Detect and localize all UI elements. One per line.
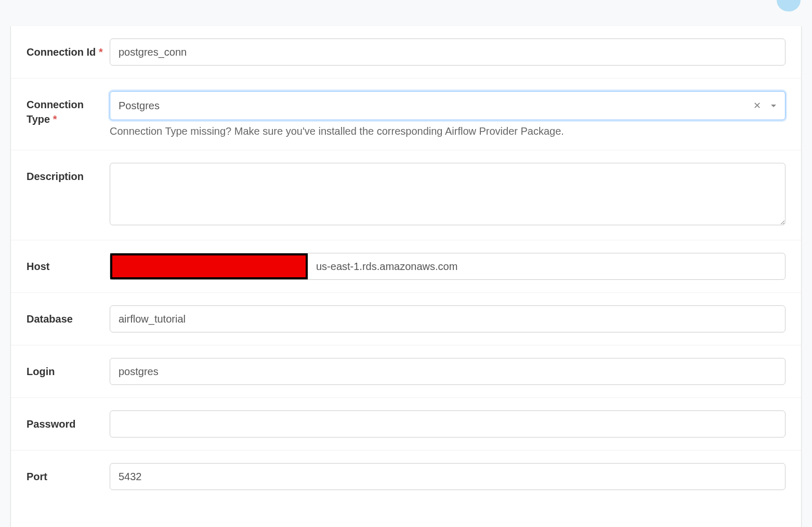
label-description: Description xyxy=(27,163,110,184)
label-connection-id: Connection Id * xyxy=(27,38,110,59)
label-connection-type: Connection Type * xyxy=(27,91,110,126)
row-port: Port xyxy=(11,451,801,503)
database-input[interactable] xyxy=(110,305,785,332)
row-database: Database xyxy=(11,293,801,345)
label-text-description: Description xyxy=(27,171,84,182)
connection-type-value: Postgres xyxy=(119,100,753,112)
connection-id-input[interactable] xyxy=(110,38,785,66)
chevron-down-icon[interactable] xyxy=(770,104,777,108)
login-input[interactable] xyxy=(110,358,785,385)
row-connection-type: Connection Type * Postgres ✕ Connection … xyxy=(11,79,801,150)
row-description: Description xyxy=(11,150,801,240)
host-input[interactable] xyxy=(110,253,785,280)
password-input[interactable] xyxy=(110,410,785,438)
row-connection-id: Connection Id * xyxy=(11,26,801,79)
description-textarea[interactable] xyxy=(110,163,785,225)
avatar-circle-partial[interactable] xyxy=(777,0,801,11)
row-login: Login xyxy=(11,345,801,398)
label-text-connection-id: Connection Id xyxy=(27,46,96,58)
label-password: Password xyxy=(27,410,110,431)
row-password: Password xyxy=(11,398,801,451)
clear-icon[interactable]: ✕ xyxy=(753,101,761,110)
port-input[interactable] xyxy=(110,463,785,490)
label-text-password: Password xyxy=(27,418,75,430)
label-port: Port xyxy=(27,463,110,484)
label-text-login: Login xyxy=(27,366,55,377)
connection-form: Connection Id * Connection Type * Postgr… xyxy=(10,26,802,527)
label-database: Database xyxy=(27,305,110,326)
label-text-port: Port xyxy=(27,471,47,482)
label-login: Login xyxy=(27,358,110,379)
connection-type-select[interactable]: Postgres ✕ xyxy=(110,91,785,120)
row-host: Host xyxy=(11,240,801,293)
label-text-host: Host xyxy=(27,261,49,272)
label-text-database: Database xyxy=(27,313,73,325)
required-mark: * xyxy=(53,113,57,125)
connection-type-helper: Connection Type missing? Make sure you'v… xyxy=(110,125,785,137)
required-mark: * xyxy=(99,46,103,58)
label-host: Host xyxy=(27,253,110,274)
